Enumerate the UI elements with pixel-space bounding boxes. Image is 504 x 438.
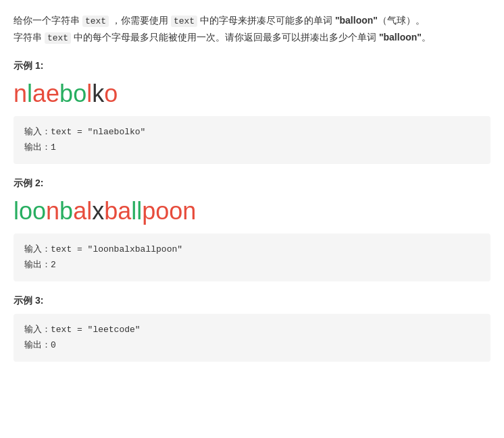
desc-line2-part1: 字符串 bbox=[14, 32, 45, 43]
char-a: a bbox=[118, 197, 131, 225]
char-l: l bbox=[27, 80, 32, 107]
char-o: o bbox=[169, 197, 182, 225]
example-1: 示例 1:nlaebolko输入：text = "nlaebolko"输出：1 bbox=[14, 60, 490, 164]
desc-bold2: "balloon" bbox=[379, 32, 422, 43]
char-b: b bbox=[59, 197, 73, 225]
example-3-code-block: 输入：text = "leetcode"输出：0 bbox=[14, 314, 490, 362]
char-l: l bbox=[86, 80, 92, 107]
desc-line2-end: 。 bbox=[422, 32, 431, 43]
example-2-code-block: 输入：text = "loonbalxballpoon"输出：2 bbox=[14, 234, 490, 281]
char-a: a bbox=[32, 80, 46, 107]
char-n: n bbox=[46, 197, 59, 225]
char-e: e bbox=[46, 80, 59, 107]
char-a: a bbox=[73, 197, 86, 225]
example-2-input-line: 输入：text = "loonbalxballpoon" bbox=[24, 242, 480, 257]
problem-description: 给你一个字符串 text ，你需要使用 text 中的字母来拼凑尽可能多的单词 … bbox=[14, 12, 490, 47]
char-n: n bbox=[14, 80, 27, 107]
example-3-title: 示例 3: bbox=[14, 295, 490, 307]
desc-part1: 给你一个字符串 bbox=[14, 15, 82, 26]
char-k: k bbox=[92, 80, 104, 107]
char-x: x bbox=[92, 197, 104, 225]
char-b: b bbox=[104, 197, 118, 225]
char-b: b bbox=[59, 80, 73, 107]
char-o: o bbox=[104, 80, 118, 107]
example-3-output-line: 输出：0 bbox=[24, 337, 480, 353]
char-l: l bbox=[14, 197, 19, 225]
examples-container: 示例 1:nlaebolko输入：text = "nlaebolko"输出：1示… bbox=[14, 60, 490, 362]
desc-line2-part2: 中的每个字母最多只能被使用一次。请你返回最多可以拼凑出多少个单词 bbox=[71, 32, 379, 43]
example-1-code-block: 输入：text = "nlaebolko"输出：1 bbox=[14, 116, 490, 164]
desc-part3: 中的字母来拼凑尽可能多的单词 bbox=[197, 15, 335, 26]
desc-code3: text bbox=[45, 32, 71, 44]
desc-part4: （气球）。 bbox=[378, 15, 425, 26]
char-o: o bbox=[19, 197, 32, 225]
example-1-word: nlaebolko bbox=[14, 79, 490, 108]
char-o: o bbox=[73, 80, 86, 107]
char-o: o bbox=[155, 197, 169, 225]
example-2-word: loonbalxballpoon bbox=[14, 196, 490, 225]
desc-bold1: "balloon" bbox=[335, 15, 378, 26]
desc-code2: text bbox=[171, 16, 197, 27]
example-2-output-line: 输出：2 bbox=[24, 257, 480, 273]
example-2: 示例 2:loonbalxballpoon输入：text = "loonbalx… bbox=[14, 177, 490, 281]
char-n: n bbox=[182, 197, 196, 225]
char-l: l bbox=[86, 197, 92, 225]
example-3: 示例 3:输入：text = "leetcode"输出：0 bbox=[14, 295, 490, 362]
desc-code1: text bbox=[82, 16, 109, 27]
example-1-title: 示例 1: bbox=[14, 60, 490, 72]
char-o: o bbox=[32, 197, 46, 225]
desc-part2: ，你需要使用 bbox=[109, 15, 171, 26]
char-p: p bbox=[142, 197, 155, 225]
example-3-input-line: 输入：text = "leetcode" bbox=[24, 322, 480, 337]
example-1-output-line: 输出：1 bbox=[24, 140, 480, 155]
example-1-input-line: 输入：text = "nlaebolko" bbox=[24, 124, 480, 140]
example-2-title: 示例 2: bbox=[14, 177, 490, 190]
